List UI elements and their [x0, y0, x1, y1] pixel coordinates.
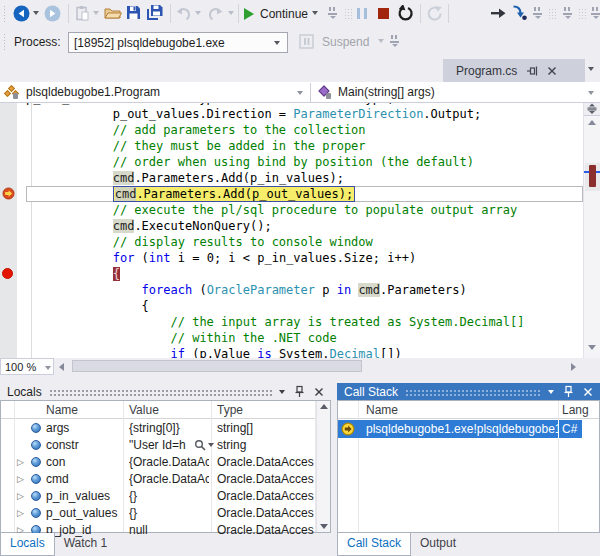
code-line[interactable]: p_out_values.Direction = ParameterDirect…	[18, 106, 583, 122]
apply-code-changes-button[interactable]	[426, 5, 443, 22]
expander-icon[interactable]: ▷	[17, 474, 24, 484]
code-line[interactable]: // add parameters to the collection	[18, 122, 583, 138]
continue-button[interactable]: Continue	[244, 7, 308, 21]
locals-row-cmd[interactable]: ▷cmd{Oracle.DataAcc(Oracle.DataAcces	[1, 471, 330, 488]
restart-button[interactable]	[397, 5, 414, 22]
step-into-button[interactable]	[510, 4, 528, 22]
locals-pin-icon[interactable]	[294, 385, 305, 398]
column-name[interactable]: Name	[46, 403, 78, 417]
break-all-button[interactable]	[357, 8, 367, 19]
scroll-up-arrow[interactable]	[588, 120, 596, 125]
suspend-dropdown[interactable]	[378, 39, 384, 43]
code-line[interactable]: // execute the pl/sql procedure to popul…	[18, 202, 583, 218]
hscroll-right-arrow[interactable]	[571, 363, 576, 371]
code-editor[interactable]: p_out_values.CollectionType = OracleColl…	[0, 103, 600, 358]
redo-dropdown[interactable]	[228, 11, 234, 15]
tab-program-cs[interactable]: Program.cs	[443, 59, 585, 82]
editor-vertical-scrollbar[interactable]	[583, 103, 600, 358]
locals-row-con[interactable]: ▷con{Oracle.DataAcc(Oracle.DataAcces	[1, 454, 330, 471]
column-name[interactable]: Name	[366, 403, 398, 417]
tab-list-dropdown[interactable]	[588, 67, 594, 71]
expander-icon[interactable]: ▷	[17, 457, 24, 467]
hscroll-left-arrow[interactable]	[59, 363, 64, 371]
step-over-button[interactable]	[533, 7, 545, 19]
hscroll-thumb[interactable]	[72, 360, 362, 372]
value-dropdown[interactable]	[208, 443, 214, 447]
undo-button[interactable]	[175, 5, 192, 21]
call-stack-header[interactable]: Call Stack	[337, 383, 600, 400]
locals-row-args[interactable]: args{string[0]}string[]	[1, 420, 330, 437]
save-button[interactable]	[126, 5, 141, 20]
code-line[interactable]: // within the .NET code	[18, 330, 583, 346]
locals-menu-dropdown[interactable]	[279, 390, 285, 394]
locals-row-constr[interactable]: constr"User Id=hstring	[1, 437, 330, 454]
magnifier-icon[interactable]	[194, 439, 206, 451]
toolbar-grip[interactable]	[3, 5, 6, 23]
code-line[interactable]: if (p.Value is System.Decimal[])	[18, 346, 583, 358]
code-line[interactable]: for (int i = 0; i < p_in_values.Size; i+…	[18, 250, 583, 266]
suspend-icon-button[interactable]	[299, 34, 315, 50]
redo-button[interactable]	[207, 5, 224, 21]
toolbar-overflow-button[interactable]	[591, 7, 600, 19]
locals-close-icon[interactable]	[314, 387, 324, 397]
expander-icon[interactable]: ▷	[17, 491, 24, 501]
step-out-button[interactable]	[563, 7, 575, 19]
code-line[interactable]: // the input array is treated as System.…	[18, 314, 583, 330]
call-stack-frame[interactable]: plsqldebugobe1.exe!plsqldebugobe1.PC#	[338, 420, 599, 438]
code-line[interactable]: {	[18, 298, 583, 314]
breakpoints-dropdown-button[interactable]	[328, 7, 340, 19]
locals-scrollbar[interactable]	[316, 401, 330, 532]
scroll-down-arrow[interactable]	[588, 345, 596, 350]
zoom-control[interactable]: 100 %	[0, 358, 54, 375]
code-line[interactable]: // order when using bind by position (th…	[18, 154, 583, 170]
code-line[interactable]: // they must be added in the proper	[18, 138, 583, 154]
restart-icon	[397, 5, 414, 22]
locals-row-p_in_values[interactable]: ▷p_in_values{}Oracle.DataAcces	[1, 488, 330, 505]
stop-debugging-button[interactable]	[378, 8, 389, 19]
back-dropdown[interactable]	[33, 11, 39, 15]
breakpoint-icon[interactable]	[2, 268, 13, 279]
overflow-icon	[591, 7, 600, 19]
continue-dropdown[interactable]	[312, 11, 318, 15]
undo-dropdown[interactable]	[195, 11, 201, 15]
call-stack-grid-header[interactable]: Name Lang	[338, 401, 599, 419]
code-line[interactable]: cmd.Parameters.Add(p_in_values);	[18, 170, 583, 186]
expander-icon[interactable]: ▷	[17, 508, 24, 518]
process-toolbar-grip[interactable]	[3, 33, 6, 51]
tab-output[interactable]: Output	[411, 533, 465, 556]
call-stack-pin-icon[interactable]	[563, 385, 574, 398]
column-type[interactable]: Type	[217, 403, 243, 417]
suspend-overflow[interactable]	[390, 35, 402, 47]
process-combobox[interactable]: [18952] plsqldebugobe1.exe	[68, 32, 288, 53]
open-file-button[interactable]	[104, 5, 122, 21]
splitter-grip[interactable]	[584, 103, 600, 116]
type-dropdown[interactable]: plsqldebugobe1.Program	[0, 82, 310, 102]
tab-locals[interactable]: Locals	[0, 533, 55, 556]
locals-row-p_out_values[interactable]: ▷p_out_values{}Oracle.DataAcces	[1, 505, 330, 522]
call-stack-close-icon[interactable]	[583, 387, 593, 397]
member-dropdown[interactable]: Main(string[] args)	[311, 82, 600, 102]
tab-watch-1[interactable]: Watch 1	[55, 533, 117, 556]
code-line[interactable]: {	[18, 266, 583, 282]
locals-header[interactable]: Locals	[0, 383, 331, 400]
code-line[interactable]: foreach (OracleParameter p in cmd.Parame…	[18, 282, 583, 298]
call-stack-menu-dropdown[interactable]	[548, 390, 554, 394]
save-all-button[interactable]	[146, 4, 164, 21]
tab-call-stack[interactable]: Call Stack	[337, 533, 411, 556]
locals-grid-header[interactable]: Name Value Type	[1, 401, 330, 419]
code-line[interactable]: cmd.Parameters.Add(p_out_values);	[18, 186, 583, 202]
breakpoint-gutter[interactable]	[0, 103, 17, 358]
column-value[interactable]: Value	[129, 403, 159, 417]
show-next-statement-button[interactable]	[490, 6, 506, 20]
code-area[interactable]: p_out_values.CollectionType = OracleColl…	[18, 103, 583, 358]
paste-button[interactable]	[74, 5, 90, 22]
variable-icon	[31, 440, 41, 450]
navigate-forward-button[interactable]	[44, 5, 61, 22]
code-line[interactable]: // display results to console window	[18, 234, 583, 250]
paste-dropdown[interactable]	[93, 11, 99, 15]
navigate-back-button[interactable]	[13, 5, 30, 22]
close-icon[interactable]	[547, 66, 557, 76]
pin-icon[interactable]	[526, 65, 539, 77]
column-lang[interactable]: Lang	[562, 403, 589, 417]
code-line[interactable]: cmd.ExecuteNonQuery();	[18, 218, 583, 234]
